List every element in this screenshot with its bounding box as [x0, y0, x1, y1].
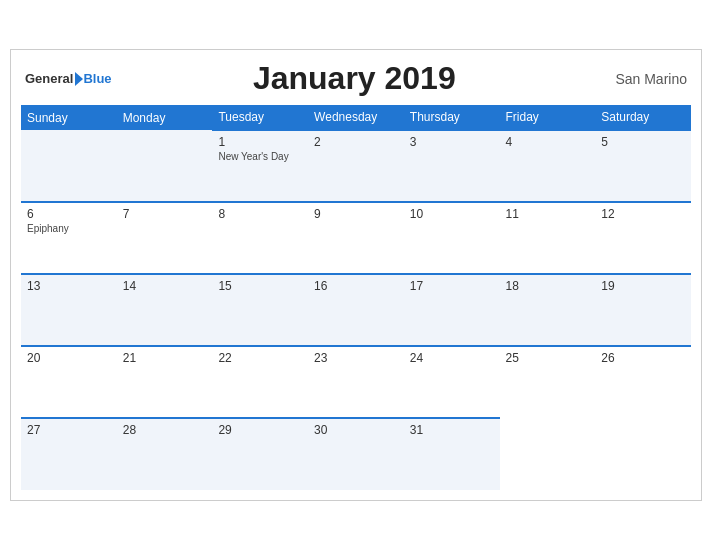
day-number: 1 [218, 135, 302, 149]
day-number: 18 [506, 279, 590, 293]
day-cell: 4 [500, 130, 596, 202]
day-cell [21, 130, 117, 202]
day-cell: 26 [595, 346, 691, 418]
week-row-5: 2728293031 [21, 418, 691, 490]
day-cell: 22 [212, 346, 308, 418]
day-number: 11 [506, 207, 590, 221]
day-cell: 13 [21, 274, 117, 346]
day-cell [117, 130, 213, 202]
day-cell: 28 [117, 418, 213, 490]
day-number: 20 [27, 351, 111, 365]
day-number: 7 [123, 207, 207, 221]
day-cell: 24 [404, 346, 500, 418]
day-number: 26 [601, 351, 685, 365]
th-saturday: Saturday [595, 105, 691, 130]
logo-triangle-icon [75, 72, 83, 86]
days-of-week-row: Sunday Monday Tuesday Wednesday Thursday… [21, 105, 691, 130]
day-cell: 12 [595, 202, 691, 274]
day-cell: 20 [21, 346, 117, 418]
event-label: Epiphany [27, 223, 111, 234]
day-cell: 21 [117, 346, 213, 418]
day-number: 10 [410, 207, 494, 221]
day-cell: 27 [21, 418, 117, 490]
th-tuesday: Tuesday [212, 105, 308, 130]
day-number: 25 [506, 351, 590, 365]
day-number: 29 [218, 423, 302, 437]
day-cell: 6Epiphany [21, 202, 117, 274]
calendar-thead: Sunday Monday Tuesday Wednesday Thursday… [21, 105, 691, 130]
day-number: 17 [410, 279, 494, 293]
th-friday: Friday [500, 105, 596, 130]
day-number: 5 [601, 135, 685, 149]
day-cell: 25 [500, 346, 596, 418]
day-cell: 18 [500, 274, 596, 346]
calendar-table: Sunday Monday Tuesday Wednesday Thursday… [21, 105, 691, 490]
day-cell: 16 [308, 274, 404, 346]
week-row-4: 20212223242526 [21, 346, 691, 418]
day-cell: 2 [308, 130, 404, 202]
day-number: 22 [218, 351, 302, 365]
day-cell: 31 [404, 418, 500, 490]
day-cell: 8 [212, 202, 308, 274]
day-cell: 3 [404, 130, 500, 202]
day-cell: 5 [595, 130, 691, 202]
day-cell: 29 [212, 418, 308, 490]
day-cell: 11 [500, 202, 596, 274]
week-row-2: 6Epiphany789101112 [21, 202, 691, 274]
day-cell: 17 [404, 274, 500, 346]
day-number: 15 [218, 279, 302, 293]
day-number: 3 [410, 135, 494, 149]
day-cell: 1New Year's Day [212, 130, 308, 202]
day-number: 8 [218, 207, 302, 221]
th-thursday: Thursday [404, 105, 500, 130]
day-cell: 9 [308, 202, 404, 274]
day-cell: 14 [117, 274, 213, 346]
day-cell: 19 [595, 274, 691, 346]
day-number: 4 [506, 135, 590, 149]
day-number: 12 [601, 207, 685, 221]
day-number: 16 [314, 279, 398, 293]
day-number: 21 [123, 351, 207, 365]
day-cell [595, 418, 691, 490]
day-number: 13 [27, 279, 111, 293]
calendar-container: General Blue January 2019 San Marino Sun… [10, 49, 702, 501]
day-number: 19 [601, 279, 685, 293]
day-cell: 7 [117, 202, 213, 274]
day-number: 24 [410, 351, 494, 365]
logo-general-text: General [25, 71, 73, 86]
day-number: 6 [27, 207, 111, 221]
th-wednesday: Wednesday [308, 105, 404, 130]
week-row-1: 1New Year's Day2345 [21, 130, 691, 202]
day-number: 27 [27, 423, 111, 437]
country-name: San Marino [597, 71, 687, 87]
day-number: 31 [410, 423, 494, 437]
day-number: 14 [123, 279, 207, 293]
day-number: 23 [314, 351, 398, 365]
calendar-header: General Blue January 2019 San Marino [21, 60, 691, 97]
calendar-title: January 2019 [112, 60, 597, 97]
day-number: 30 [314, 423, 398, 437]
th-monday: Monday [117, 105, 213, 130]
day-number: 2 [314, 135, 398, 149]
th-sunday: Sunday [21, 105, 117, 130]
day-cell: 23 [308, 346, 404, 418]
day-cell: 10 [404, 202, 500, 274]
event-label: New Year's Day [218, 151, 302, 162]
logo: General Blue [25, 71, 112, 86]
day-number: 28 [123, 423, 207, 437]
day-cell [500, 418, 596, 490]
day-cell: 15 [212, 274, 308, 346]
day-cell: 30 [308, 418, 404, 490]
logo-blue-text: Blue [83, 71, 111, 86]
day-number: 9 [314, 207, 398, 221]
calendar-body: 1New Year's Day23456Epiphany789101112131… [21, 130, 691, 490]
week-row-3: 13141516171819 [21, 274, 691, 346]
